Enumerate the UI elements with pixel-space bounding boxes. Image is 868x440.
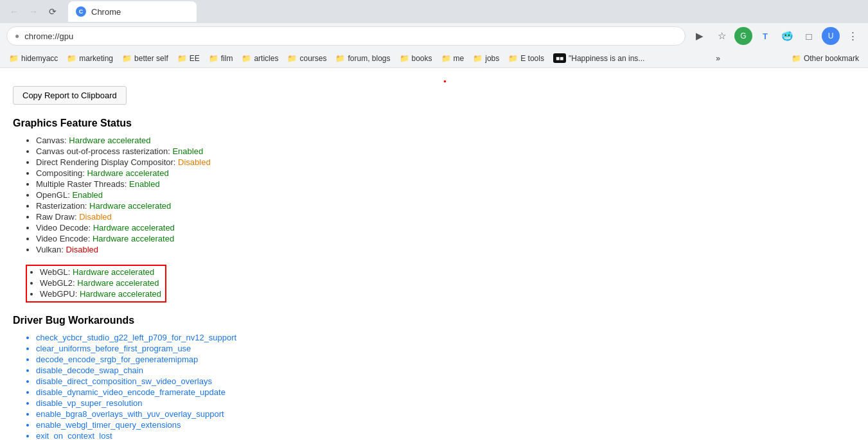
folder-icon: 📁 [441, 54, 451, 63]
cast-icon[interactable]: ▶ [691, 27, 709, 45]
graphics-feature-list: Canvas: Hardware accelerated Canvas out-… [13, 136, 855, 254]
list-item: Video Encode: Hardware accelerated [36, 234, 855, 243]
url-display: chrome://gpu [24, 31, 73, 41]
folder-icon: 📁 [242, 54, 251, 63]
bookmark-label: articles [254, 54, 278, 63]
bookmark-better-self[interactable]: 📁 better self [118, 52, 172, 65]
page-content: ● Copy Report to Clipboard Graphics Feat… [0, 68, 868, 440]
bookmark-label: film [221, 54, 233, 63]
folder-icon: 📁 [508, 54, 518, 63]
list-item-webgpu: WebGPU: Hardware accelerated [40, 289, 161, 299]
bookmark-label: me [454, 54, 465, 63]
list-item: clear_uniforms_before_first_program_use [36, 344, 855, 353]
bookmarks-overflow[interactable]: » [711, 52, 725, 65]
list-item: disable_dynamic_video_encode_framerate_u… [36, 387, 855, 397]
nav-buttons: ← → ⟳ [5, 3, 62, 21]
folder-icon: 📁 [792, 54, 801, 63]
folder-icon: 📁 [122, 54, 132, 63]
bookmark-label: hidemyacc [21, 54, 58, 63]
list-item: Compositing: Hardware accelerated [36, 168, 855, 178]
folder-icon: 📁 [67, 54, 76, 63]
list-item-webgl: WebGL: Hardware accelerated [40, 267, 161, 277]
folder-icon: 📁 [177, 54, 187, 63]
list-item: Video Decode: Hardware accelerated [36, 223, 855, 233]
graphics-feature-status-heading: Graphics Feature Status [13, 118, 855, 129]
special-favicon: ■■ [553, 53, 566, 63]
list-item: Multiple Raster Threads: Enabled [36, 179, 855, 189]
tab-title: Chrome [91, 7, 121, 17]
list-item: check_ycbcr_studio_g22_left_p709_for_nv1… [36, 333, 855, 342]
toolbar-right: ▶ ☆ G T 🥶 □ U ⋮ [691, 27, 862, 45]
list-item: decode_encode_srgb_for_generatemipmap [36, 355, 855, 364]
list-item: Canvas out-of-process rasterization: Ena… [36, 146, 855, 156]
google-account-icon[interactable]: G [734, 27, 752, 45]
list-item: Rasterization: Hardware accelerated [36, 201, 855, 211]
bookmark-forum-blogs[interactable]: 📁 forum, blogs [332, 52, 394, 65]
folder-icon: 📁 [400, 54, 409, 63]
driver-bug-workarounds-heading: Driver Bug Workarounds [13, 315, 855, 326]
list-item: enable_bgra8_overlays_with_yuv_overlay_s… [36, 409, 855, 419]
list-item: disable_direct_composition_sw_video_over… [36, 376, 855, 386]
overflow-label: » [716, 54, 720, 63]
bookmark-label: forum, blogs [348, 54, 390, 63]
tab-favicon: C [76, 6, 86, 17]
back-button[interactable]: ← [5, 3, 23, 21]
driver-bug-list-container: check_ycbcr_studio_g22_left_p709_for_nv1… [13, 333, 855, 440]
bookmark-marketing[interactable]: 📁 marketing [63, 52, 117, 65]
list-item: disable_vp_super_resolution [36, 398, 855, 408]
bookmark-star-icon[interactable]: ☆ [713, 27, 731, 45]
list-item-webgl2: WebGL2: Hardware accelerated [40, 278, 161, 288]
list-item: Vulkan: Disabled [36, 245, 855, 254]
bookmark-other[interactable]: 📁 Other bookmark [788, 52, 863, 65]
list-item: disable_decode_swap_chain [36, 365, 855, 375]
bookmark-label: Other bookmark [804, 54, 859, 63]
bookmark-happiness[interactable]: ■■ "Happiness is an ins... [549, 51, 648, 65]
bookmark-label: E tools [520, 54, 544, 63]
folder-icon: 📁 [473, 54, 483, 63]
bookmark-label: courses [299, 54, 326, 63]
bookmark-label: "Happiness is an ins... [569, 54, 644, 63]
folder-icon: 📁 [9, 54, 19, 63]
bookmark-me[interactable]: 📁 me [438, 52, 468, 65]
driver-bug-list: check_ycbcr_studio_g22_left_p709_for_nv1… [13, 333, 855, 440]
list-item: Canvas: Hardware accelerated [36, 136, 855, 145]
extensions-icon[interactable]: 🥶 [778, 27, 796, 45]
folder-icon: 📁 [209, 54, 218, 63]
profile-icon[interactable]: U [822, 27, 840, 45]
bookmark-ee[interactable]: 📁 EE [173, 52, 204, 65]
bookmarks-bar: 📁 hidemyacc 📁 marketing 📁 better self 📁 … [0, 49, 868, 68]
bookmark-e-tools[interactable]: 📁 E tools [504, 52, 548, 65]
bookmark-books[interactable]: 📁 books [396, 52, 436, 65]
bookmark-film[interactable]: 📁 film [205, 52, 237, 65]
folder-icon: 📁 [335, 54, 345, 63]
bookmark-articles[interactable]: 📁 articles [238, 52, 282, 65]
list-item: exit_on_context_lost [36, 431, 855, 440]
list-item: Direct Rendering Display Compositor: Dis… [36, 157, 855, 167]
bookmark-label: books [412, 54, 432, 63]
bookmark-courses[interactable]: 📁 courses [283, 52, 330, 65]
bookmark-hidemyacc[interactable]: 📁 hidemyacc [5, 52, 62, 65]
copy-report-button[interactable]: Copy Report to Clipboard [13, 86, 127, 105]
list-item: Raw Draw: Disabled [36, 212, 855, 222]
address-bar: ● chrome://gpu ▶ ☆ G T 🥶 □ U ⋮ [0, 23, 868, 49]
tab-bar: ← → ⟳ C Chrome [0, 0, 868, 23]
list-item: OpenGL: Enabled [36, 190, 855, 200]
browser-chrome: ← → ⟳ C Chrome ● chrome://gpu ▶ ☆ G T 🥶 … [0, 0, 868, 68]
folder-icon: 📁 [287, 54, 297, 63]
bookmark-label: EE [190, 54, 200, 63]
list-item: enable_webgl_timer_query_extensions [36, 420, 855, 430]
bookmark-label: better self [134, 54, 168, 63]
bookmark-label: marketing [79, 54, 113, 63]
bookmark-jobs[interactable]: 📁 jobs [469, 52, 503, 65]
address-input[interactable]: ● chrome://gpu [6, 26, 686, 46]
forward-button[interactable]: → [24, 3, 42, 21]
reload-button[interactable]: ⟳ [44, 3, 62, 21]
window-icon[interactable]: □ [800, 27, 818, 45]
menu-icon[interactable]: ⋮ [844, 27, 862, 45]
active-tab[interactable]: C Chrome [68, 1, 197, 22]
translate-icon[interactable]: T [756, 27, 774, 45]
bookmark-label: jobs [485, 54, 499, 63]
secure-icon: ● [15, 31, 19, 40]
